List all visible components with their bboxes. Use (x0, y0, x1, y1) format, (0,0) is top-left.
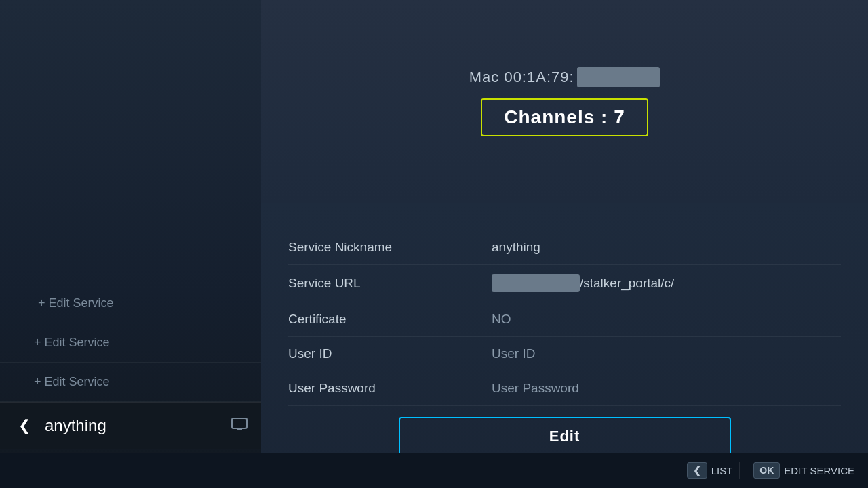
form-label-url: Service URL (288, 276, 492, 291)
bottom-separator (739, 462, 740, 479)
back-icon: ❮ (18, 417, 31, 434)
back-button[interactable]: ❮ (14, 415, 35, 436)
sidebar-item-2[interactable]: + Edit Service (0, 323, 261, 363)
form-label-nickname: Service Nickname (288, 240, 492, 255)
form-section: Service Nickname anything Service URL /s… (261, 203, 868, 488)
form-row-certificate: Certificate NO (288, 302, 841, 337)
sidebar-item-label-1: + Edit Service (38, 296, 114, 310)
form-row-url: Service URL /stalker_portal/c/ (288, 265, 841, 302)
edit-button-label: Edit (549, 428, 580, 445)
sidebar-active-item[interactable]: ❮ anything (0, 402, 261, 449)
sidebar: + Edit Service + Edit Service + Edit Ser… (0, 0, 261, 488)
edit-service-nav-btn[interactable]: OK EDIT SERVICE (753, 462, 854, 479)
sidebar-items-top: + Edit Service + Edit Service + Edit Ser… (0, 0, 261, 402)
svg-rect-0 (232, 418, 247, 428)
mac-redacted (577, 67, 660, 87)
sidebar-item-label-3: + Edit Service (34, 375, 110, 388)
list-nav-btn[interactable]: ❮ LIST (687, 462, 733, 479)
main-container: + Edit Service + Edit Service + Edit Ser… (0, 0, 868, 488)
list-key-icon: ❮ (687, 462, 707, 479)
form-row-userid: User ID User ID (288, 337, 841, 371)
mac-label: Mac 00:1A:79: (469, 68, 574, 86)
sidebar-item-1[interactable]: + Edit Service (0, 284, 261, 323)
channels-badge: Channels : 7 (481, 98, 648, 136)
form-value-nickname: anything (492, 240, 540, 255)
monitor-icon (231, 418, 248, 434)
edit-button[interactable]: Edit (399, 417, 731, 456)
ok-label: EDIT SERVICE (784, 465, 854, 476)
right-content: Mac 00:1A:79: Channels : 7 Service Nickn… (261, 0, 868, 488)
top-section: Mac 00:1A:79: Channels : 7 (261, 0, 868, 203)
form-value-userid: User ID (492, 346, 535, 361)
sidebar-item-label-2: + Edit Service (34, 336, 110, 349)
sidebar-item-3[interactable]: + Edit Service (0, 363, 261, 402)
form-value-certificate: NO (492, 312, 511, 327)
form-row-password: User Password User Password (288, 371, 841, 406)
active-item-label: anything (45, 416, 222, 435)
channels-label: Channels : 7 (504, 106, 625, 127)
bottom-bar: ❮ LIST OK EDIT SERVICE (0, 453, 868, 488)
form-label-password: User Password (288, 381, 492, 396)
form-value-password: User Password (492, 381, 579, 396)
mac-address: Mac 00:1A:79: (469, 67, 660, 87)
url-suffix: /stalker_portal/c/ (580, 276, 674, 291)
ok-key: OK (753, 462, 780, 479)
form-label-certificate: Certificate (288, 312, 492, 327)
list-label: LIST (711, 465, 733, 476)
url-redacted (492, 274, 580, 292)
form-value-url: /stalker_portal/c/ (492, 274, 674, 292)
form-row-nickname: Service Nickname anything (288, 230, 841, 265)
form-label-userid: User ID (288, 346, 492, 361)
